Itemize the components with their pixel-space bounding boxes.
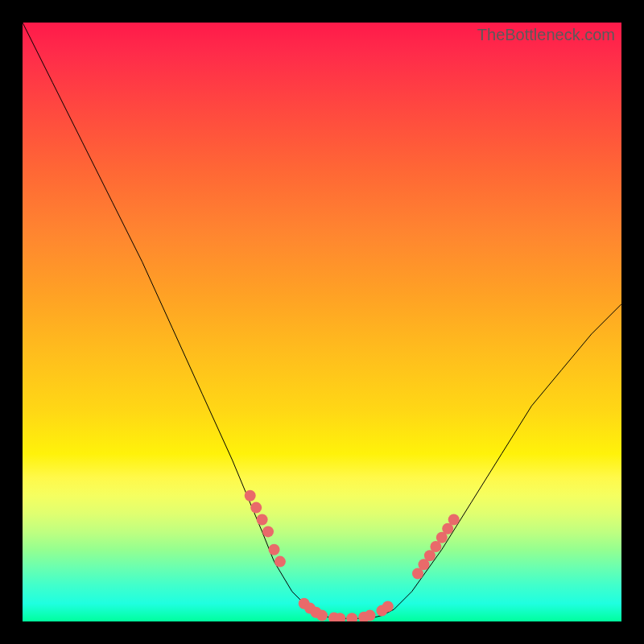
data-markers [245, 490, 460, 621]
data-marker [250, 502, 262, 514]
data-marker [382, 601, 394, 612]
data-marker [346, 613, 357, 621]
data-marker [365, 610, 376, 621]
chart-svg [23, 23, 621, 621]
data-marker [262, 526, 274, 537]
data-marker [275, 556, 286, 568]
bottleneck-curve [23, 23, 621, 618]
data-marker [316, 610, 328, 621]
watermark-text: TheBottleneck.com [477, 26, 615, 44]
data-marker [245, 490, 256, 502]
data-marker [269, 544, 280, 555]
data-marker [448, 514, 460, 526]
data-marker [257, 514, 268, 526]
chart-plot-area [23, 23, 621, 621]
